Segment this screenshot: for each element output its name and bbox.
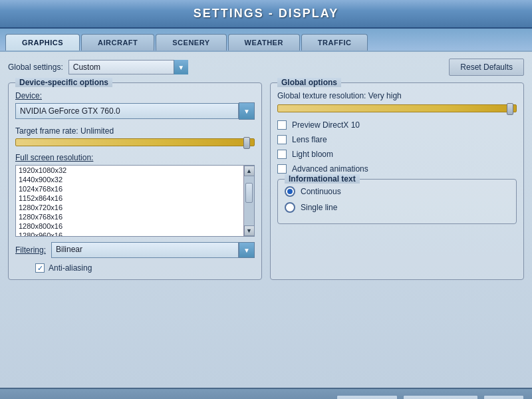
anti-aliasing-label: Anti-aliasing xyxy=(49,263,92,273)
list-item[interactable]: 1280x960x16 xyxy=(16,231,243,236)
list-item[interactable]: 1920x1080x32 xyxy=(16,166,243,175)
tab-scenery[interactable]: SCENERY xyxy=(156,34,226,51)
reset-defaults-button[interactable]: Reset Defaults xyxy=(449,59,524,76)
light-bloom-row: Light bloom xyxy=(277,150,517,159)
filtering-label: Filtering: xyxy=(15,245,46,255)
global-settings-label: Global settings: xyxy=(8,63,63,72)
global-options-panel: Global options Global texture resolution… xyxy=(270,82,524,280)
full-screen-label: Full screen resolution: xyxy=(15,153,255,162)
content-area: Global settings: Custom ▼ Reset Defaults… xyxy=(0,51,532,388)
info-panel-title: Informational text xyxy=(285,174,360,184)
tab-aircraft[interactable]: AIRCRAFT xyxy=(81,34,154,51)
directx-label: Preview DirectX 10 xyxy=(292,120,360,130)
scroll-thumb[interactable] xyxy=(245,183,253,203)
device-label: Device: xyxy=(15,91,255,100)
cancel-button[interactable]: CANCEL xyxy=(403,395,477,400)
filter-dropdown-arrow[interactable]: ▼ xyxy=(239,242,255,258)
continuous-label: Continuous xyxy=(301,187,341,196)
light-bloom-checkbox[interactable] xyxy=(277,150,287,159)
list-item[interactable]: 1440x900x32 xyxy=(16,175,243,184)
continuous-radio-row: Continuous xyxy=(285,186,509,197)
lens-flare-checkbox[interactable] xyxy=(277,135,287,144)
advanced-animations-checkbox[interactable] xyxy=(277,164,287,174)
lens-flare-row: Lens flare xyxy=(277,135,517,144)
texture-slider-thumb[interactable] xyxy=(507,103,513,115)
tabs-row: GRAPHICS AIRCRAFT SCENERY WEATHER TRAFFI… xyxy=(0,29,532,51)
single-line-radio-row: Single line xyxy=(285,202,509,213)
directx-row: Preview DirectX 10 xyxy=(277,120,517,130)
continuous-radio[interactable] xyxy=(285,186,295,197)
list-item[interactable]: 1152x864x16 xyxy=(16,194,243,203)
main-container: GRAPHICS AIRCRAFT SCENERY WEATHER TRAFFI… xyxy=(0,29,532,388)
single-line-radio[interactable] xyxy=(285,202,295,213)
list-item[interactable]: 1280x768x16 xyxy=(16,212,243,221)
directx-checkbox[interactable] xyxy=(277,120,287,130)
resolution-listbox[interactable]: 1920x1080x32 1440x900x32 1024x768x16 115… xyxy=(15,165,255,237)
lens-flare-label: Lens flare xyxy=(292,135,327,144)
panels-row: Device-specific options Device: NVIDIA G… xyxy=(8,82,524,280)
scroll-track xyxy=(244,176,254,225)
filtering-row: Filtering: Bilinear ▼ xyxy=(15,242,255,258)
scroll-up-button[interactable]: ▲ xyxy=(244,166,255,176)
filter-dropdown-wrapper: Bilinear ▼ xyxy=(51,242,255,258)
single-line-label: Single line xyxy=(301,203,337,212)
global-settings-dropdown[interactable]: Custom xyxy=(68,60,188,74)
device-dropdown-wrapper: NVIDIA GeForce GTX 760.0 ▼ xyxy=(15,102,255,120)
device-panel-title: Device-specific options xyxy=(15,78,112,87)
help-button[interactable]: HELP xyxy=(336,395,398,400)
filter-dropdown[interactable]: Bilinear xyxy=(51,242,239,258)
device-dropdown-arrow[interactable]: ▼ xyxy=(239,102,255,120)
title-bar: SETTINGS - DISPLAY xyxy=(0,0,532,29)
global-options-title: Global options xyxy=(277,78,341,87)
global-settings-dropdown-wrapper: Custom ▼ xyxy=(68,60,188,74)
listbox-scrollbar[interactable]: ▲ ▼ xyxy=(243,166,254,236)
frame-rate-slider-thumb[interactable] xyxy=(243,137,250,149)
advanced-animations-label: Advanced animations xyxy=(292,164,368,174)
tab-weather[interactable]: WEATHER xyxy=(228,34,300,51)
tab-traffic[interactable]: TRAFFIC xyxy=(301,34,368,51)
tab-graphics[interactable]: GRAPHICS xyxy=(5,34,80,51)
global-settings-arrow[interactable]: ▼ xyxy=(174,60,188,74)
advanced-animations-row: Advanced animations xyxy=(277,164,517,174)
list-item[interactable]: 1280x720x16 xyxy=(16,203,243,212)
global-settings-row: Global settings: Custom ▼ Reset Defaults xyxy=(8,59,524,76)
list-item[interactable]: 1280x800x16 xyxy=(16,221,243,231)
device-dropdown[interactable]: NVIDIA GeForce GTX 760.0 xyxy=(15,103,239,119)
anti-aliasing-checkbox[interactable] xyxy=(35,263,45,273)
info-text-panel: Informational text Continuous Single lin… xyxy=(277,179,517,224)
anti-aliasing-row: Anti-aliasing xyxy=(15,263,255,273)
scroll-down-button[interactable]: ▼ xyxy=(244,225,255,236)
frame-rate-slider-track xyxy=(15,138,255,146)
continuous-radio-inner xyxy=(287,189,293,194)
window-title: SETTINGS - DISPLAY xyxy=(194,7,338,20)
list-item[interactable]: 1024x768x16 xyxy=(16,184,243,194)
texture-slider[interactable] xyxy=(277,104,517,112)
bottom-bar: HELP CANCEL OK xyxy=(0,388,532,399)
target-frame-label: Target frame rate: Unlimited xyxy=(15,126,255,136)
texture-resolution-label: Global texture resolution: Very high xyxy=(277,91,517,100)
light-bloom-label: Light bloom xyxy=(292,150,333,159)
global-settings-left: Global settings: Custom ▼ xyxy=(8,60,188,74)
ok-button[interactable]: OK xyxy=(483,395,525,400)
frame-rate-slider[interactable] xyxy=(15,138,255,146)
device-panel: Device-specific options Device: NVIDIA G… xyxy=(8,82,262,280)
